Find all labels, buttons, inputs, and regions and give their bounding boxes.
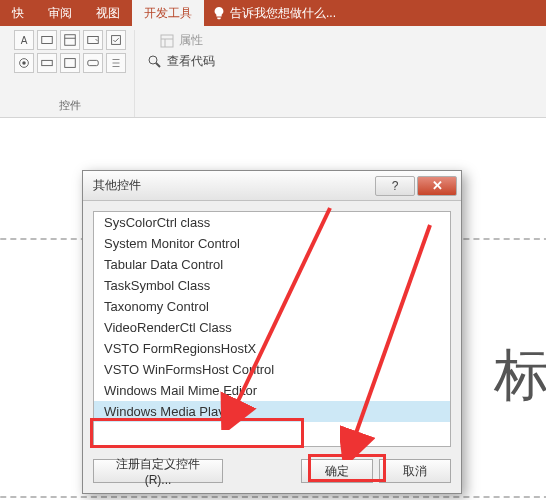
tab-quick[interactable]: 快 — [0, 0, 36, 26]
svg-rect-4 — [112, 36, 121, 45]
dialog-button-row: 注册自定义控件(R)... 确定 取消 — [83, 453, 461, 493]
svg-point-13 — [149, 56, 157, 64]
bulb-icon — [212, 6, 226, 20]
dialog-titlebar[interactable]: 其他控件 ? ✕ — [83, 171, 461, 201]
controls-listbox[interactable]: SysColorCtrl class System Monitor Contro… — [93, 211, 451, 447]
code-group: 属性 查看代码 — [135, 30, 227, 117]
list-item[interactable]: SysColorCtrl class — [94, 212, 450, 233]
combobox-control-button[interactable] — [83, 30, 103, 50]
list-item[interactable]: VSTO FormRegionsHostX — [94, 338, 450, 359]
svg-rect-10 — [161, 35, 173, 47]
label-control-button[interactable] — [37, 30, 57, 50]
tell-me-search[interactable]: 告诉我您想做什么... — [204, 0, 344, 26]
view-code-icon — [147, 54, 163, 70]
tell-me-text: 告诉我您想做什么... — [230, 5, 336, 22]
svg-rect-0 — [42, 37, 53, 44]
dialog-help-button[interactable]: ? — [375, 176, 415, 196]
dialog-close-button[interactable]: ✕ — [417, 176, 457, 196]
svg-rect-8 — [65, 59, 76, 68]
list-item[interactable]: VideoRenderCtl Class — [94, 317, 450, 338]
ok-button[interactable]: 确定 — [301, 459, 373, 483]
more-controls-dialog: 其他控件 ? ✕ SysColorCtrl class System Monit… — [82, 170, 462, 494]
list-item[interactable]: Tabular Data Control — [94, 254, 450, 275]
list-item[interactable]: VSTO WinFormsHost Control — [94, 359, 450, 380]
svg-rect-9 — [88, 60, 99, 65]
controls-group-label: 控件 — [59, 98, 81, 117]
ribbon-body: A 控件 属性 查看代码 — [0, 26, 546, 118]
controls-group: A 控件 — [6, 30, 135, 117]
tab-review[interactable]: 审阅 — [36, 0, 84, 26]
list-item[interactable]: Taxonomy Control — [94, 296, 450, 317]
svg-line-14 — [156, 63, 160, 67]
view-code-button[interactable]: 查看代码 — [143, 51, 219, 72]
optionbutton-control-button[interactable] — [14, 53, 34, 73]
listbox-control-button[interactable] — [60, 30, 80, 50]
list-item[interactable]: Windows Mail Mime Editor — [94, 380, 450, 401]
dialog-title: 其他控件 — [93, 177, 373, 194]
commandbutton-control-button[interactable] — [83, 53, 103, 73]
register-custom-control-button[interactable]: 注册自定义控件(R)... — [93, 459, 223, 483]
list-item[interactable]: System Monitor Control — [94, 233, 450, 254]
checkbox-control-button[interactable] — [106, 30, 126, 50]
svg-point-6 — [22, 61, 26, 65]
cancel-button[interactable]: 取消 — [379, 459, 451, 483]
properties-icon — [159, 33, 175, 49]
tab-view[interactable]: 视图 — [84, 0, 132, 26]
slide-title-text: 标 — [494, 338, 546, 414]
tab-developer[interactable]: 开发工具 — [132, 0, 204, 26]
textbox-control-button[interactable]: A — [14, 30, 34, 50]
frame-control-button[interactable] — [60, 53, 80, 73]
ribbon-tabs: 快 审阅 视图 开发工具 告诉我您想做什么... — [0, 0, 546, 26]
properties-button[interactable]: 属性 — [155, 30, 207, 51]
more-controls-button[interactable] — [106, 53, 126, 73]
list-item-selected[interactable]: Windows Media Player — [94, 401, 450, 422]
svg-rect-7 — [42, 60, 53, 65]
list-item[interactable]: TaskSymbol Class — [94, 275, 450, 296]
svg-rect-1 — [65, 35, 76, 46]
togglebutton-control-button[interactable] — [37, 53, 57, 73]
